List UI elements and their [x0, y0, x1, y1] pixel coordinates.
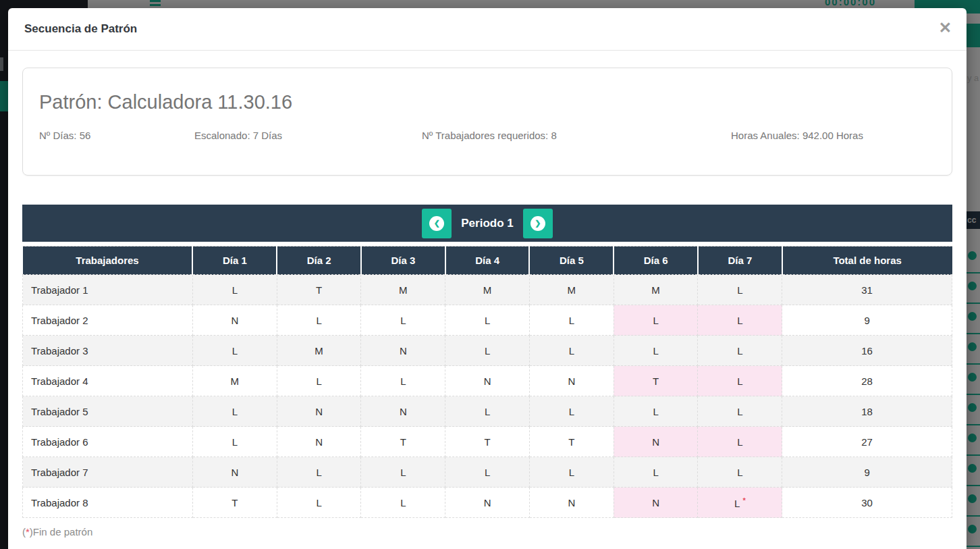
modal-title: Secuencia de Patrón: [24, 22, 137, 36]
shift-cell: L: [277, 366, 361, 396]
table-row: Trabajador 3LMNLLLL16: [23, 336, 952, 366]
shift-cell: L: [529, 396, 614, 427]
column-header: Día 1: [192, 246, 277, 275]
shift-cell: L: [698, 275, 782, 305]
pattern-info-card: Patrón: Calculadora 11.30.16 Nº Días: 56…: [22, 68, 952, 176]
chevron-left-circle-icon: ❮: [429, 216, 444, 231]
period-label: Periodo 1: [461, 217, 513, 230]
total-hours-cell: 27: [782, 427, 952, 457]
worker-name-cell: Trabajador 4: [23, 366, 193, 396]
worker-name-cell: Trabajador 5: [23, 396, 193, 427]
column-header: Total de horas: [782, 246, 952, 275]
total-hours-cell: 16: [782, 336, 952, 366]
table-row: Trabajador 2NLLLLLL9: [23, 305, 952, 336]
fin-de-patron-marker: *: [742, 496, 745, 504]
total-hours-cell: 31: [782, 275, 952, 305]
shift-cell: L: [445, 457, 530, 488]
shift-cell: M: [361, 275, 445, 305]
total-hours-cell: 30: [782, 488, 952, 518]
shift-cell: L: [192, 275, 277, 305]
pattern-workers-required: Nº Trabajadores requeridos: 8: [422, 130, 731, 141]
secuencia-patron-modal: Secuencia de Patrón ✕ Patrón: Calculador…: [8, 8, 967, 549]
previous-period-button[interactable]: ❮: [422, 209, 452, 238]
pattern-table-body: Trabajador 1LTMMMML31Trabajador 2NLLLLLL…: [23, 275, 952, 518]
column-header: Trabajadores: [23, 246, 193, 275]
column-header: Día 7: [698, 246, 782, 275]
table-header-row: TrabajadoresDía 1Día 2Día 3Día 4Día 5Día…: [23, 246, 952, 275]
shift-cell: L: [192, 336, 277, 366]
shift-cell: L: [698, 457, 782, 488]
shift-cell: M: [529, 275, 614, 305]
total-hours-cell: 28: [782, 366, 952, 396]
next-period-button[interactable]: ❯: [523, 209, 553, 238]
shift-cell: L: [277, 457, 361, 488]
shift-cell: L: [529, 457, 614, 488]
shift-cell: L: [698, 366, 782, 396]
shift-cell: L: [614, 336, 698, 366]
shift-cell: T: [361, 427, 445, 457]
worker-name-cell: Trabajador 8: [23, 488, 193, 518]
column-header: Día 6: [614, 246, 698, 275]
worker-name-cell: Trabajador 1: [23, 275, 193, 305]
shift-cell: L: [698, 396, 782, 427]
shift-cell: N: [445, 366, 530, 396]
shift-cell: N: [614, 427, 698, 457]
shift-cell: L: [614, 396, 698, 427]
shift-cell: L: [529, 305, 614, 336]
table-row: Trabajador 7NLLLLLL9: [23, 457, 952, 488]
shift-cell: T: [614, 366, 698, 396]
shift-cell: N: [529, 366, 614, 396]
footnote-fin-de-patron: (*)Fin de patrón: [22, 526, 952, 538]
shift-cell: L: [277, 305, 361, 336]
shift-cell: N: [361, 336, 445, 366]
close-icon[interactable]: ✕: [939, 20, 952, 36]
shift-cell: N: [361, 396, 445, 427]
shift-cell: T: [277, 275, 361, 305]
modal-body: Patrón: Calculadora 11.30.16 Nº Días: 56…: [8, 68, 967, 538]
shift-cell: T: [529, 427, 614, 457]
column-header: Día 4: [445, 246, 530, 275]
shift-cell: L: [361, 305, 445, 336]
shift-cell: M: [277, 336, 361, 366]
screen: 00:00:00 y a cc Secuencia de Patrón ✕ Pa…: [0, 0, 980, 549]
shift-cell: L: [361, 488, 445, 518]
worker-name-cell: Trabajador 2: [23, 305, 193, 336]
table-row: Trabajador 8TLLNNNL*30: [23, 488, 952, 518]
shift-cell: N: [277, 427, 361, 457]
total-hours-cell: 9: [782, 457, 952, 488]
shift-cell: L: [698, 427, 782, 457]
pattern-info-row: Nº Días: 56 Escalonado: 7 Días Nº Trabaj…: [39, 130, 935, 141]
shift-cell: L: [445, 305, 530, 336]
pattern-sequence-table: TrabajadoresDía 1Día 2Día 3Día 4Día 5Día…: [22, 246, 952, 518]
shift-cell: L: [192, 396, 277, 427]
shift-cell: N: [192, 305, 277, 336]
shift-cell: T: [192, 488, 277, 518]
shift-cell: L: [445, 396, 530, 427]
shift-cell: L: [445, 336, 530, 366]
column-header: Día 2: [277, 246, 361, 275]
chevron-right-circle-icon: ❯: [530, 216, 545, 231]
worker-name-cell: Trabajador 6: [23, 427, 193, 457]
shift-cell: N: [614, 488, 698, 518]
shift-cell: T: [445, 427, 530, 457]
shift-cell: L: [614, 457, 698, 488]
total-hours-cell: 18: [782, 396, 952, 427]
shift-cell: L: [529, 336, 614, 366]
period-nav-bar: ❮ Periodo 1 ❯: [22, 205, 952, 242]
total-hours-cell: 9: [782, 305, 952, 336]
pattern-annual-hours: Horas Anuales: 942.00 Horas: [731, 130, 935, 141]
column-header: Día 5: [529, 246, 614, 275]
table-row: Trabajador 4MLLNNTL28: [23, 366, 952, 396]
shift-cell: L: [361, 457, 445, 488]
worker-name-cell: Trabajador 7: [23, 457, 193, 488]
shift-cell: M: [192, 366, 277, 396]
shift-cell: M: [445, 275, 530, 305]
pattern-num-days: Nº Días: 56: [39, 130, 194, 141]
shift-cell: L: [192, 427, 277, 457]
shift-cell: L: [698, 305, 782, 336]
pattern-title: Patrón: Calculadora 11.30.16: [39, 91, 935, 113]
shift-cell: L*: [698, 488, 782, 518]
shift-cell: N: [277, 396, 361, 427]
shift-cell: M: [614, 275, 698, 305]
shift-cell: L: [361, 366, 445, 396]
